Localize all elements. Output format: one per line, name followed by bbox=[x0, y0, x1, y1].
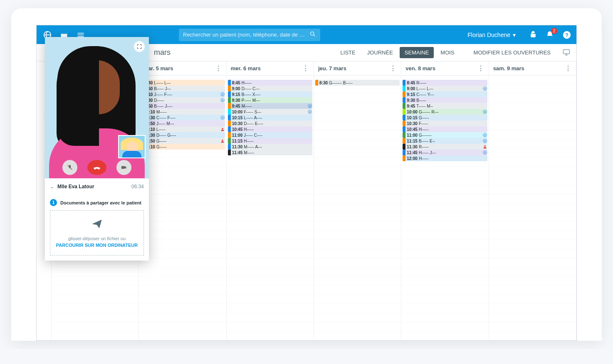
browse-link[interactable]: PARCOURIR SUR MON ORDINATEUR bbox=[54, 243, 139, 248]
appointment[interactable]: 10:15G----- bbox=[403, 115, 487, 121]
appointment[interactable]: 9:45M-----@ bbox=[228, 103, 312, 109]
modify-openings[interactable]: MODIFIER LES OUVERTURES bbox=[474, 49, 551, 56]
appointment[interactable]: 10:00F----- S---@ bbox=[228, 109, 312, 115]
user-menu[interactable]: Florian Duchene ▾ bbox=[467, 32, 516, 38]
appointment[interactable]: 9:30P----- M--- bbox=[228, 97, 312, 103]
appointment[interactable]: 9:00D----- C--- bbox=[228, 86, 312, 91]
camera-button[interactable] bbox=[116, 160, 131, 175]
mute-button[interactable] bbox=[62, 160, 77, 175]
day-label: jeu. 7 mars bbox=[318, 65, 346, 71]
lock-icon[interactable] bbox=[529, 30, 538, 39]
day-body[interactable] bbox=[489, 76, 576, 340]
svg-rect-2 bbox=[61, 32, 67, 34]
step-badge: 1 bbox=[50, 199, 57, 206]
view-list[interactable]: LISTE bbox=[336, 47, 361, 58]
appt-online-icon: @ bbox=[308, 104, 312, 108]
file-dropzone[interactable]: glisser-déposer un fichier ou PARCOURIR … bbox=[50, 210, 144, 256]
appointment[interactable]: 11:50G----- bbox=[140, 138, 225, 144]
appointment[interactable]: 8:45H----- bbox=[228, 80, 312, 86]
caller-info[interactable]: ⌄ Mlle Eva Latour 06:34 bbox=[45, 178, 149, 194]
view-week[interactable]: SEMAINE bbox=[400, 47, 434, 58]
user-name: Florian Duchene bbox=[467, 32, 510, 38]
hangup-button[interactable] bbox=[87, 160, 106, 175]
send-icon bbox=[54, 218, 139, 233]
svg-text:@: @ bbox=[309, 104, 311, 107]
day-body[interactable]: 8:45R-----9:00L----- L---@9:15C----- Y--… bbox=[401, 76, 488, 340]
appointment[interactable]: 12:10G----- bbox=[140, 144, 225, 150]
day-column: jeu. 7 mars⋮8:30G------- B----- bbox=[314, 61, 401, 340]
appointment[interactable]: 11:00G-------@ bbox=[403, 132, 487, 138]
day-body[interactable]: 8:45H-----9:00D----- C---9:15B----- X---… bbox=[227, 76, 314, 340]
appointment[interactable]: 11:30R----- bbox=[403, 144, 487, 150]
appointment[interactable]: 10:30C----- F----@ bbox=[140, 115, 225, 121]
day-more-icon[interactable]: ⋮ bbox=[215, 64, 222, 72]
appointment[interactable]: 11:45M----- bbox=[228, 150, 312, 155]
appointment[interactable]: 12:00H----- bbox=[403, 155, 487, 161]
appointment[interactable]: 8:45R----- bbox=[403, 80, 487, 86]
appointment[interactable]: 9:00L----- L---@ bbox=[403, 86, 487, 91]
appointment[interactable]: 9:30B----- bbox=[403, 97, 487, 103]
appointment[interactable]: 11:10L----- bbox=[140, 126, 225, 132]
day-column: sam. 9 mars⋮ bbox=[489, 61, 576, 340]
help-icon[interactable]: ? bbox=[562, 30, 571, 39]
patient-search[interactable] bbox=[179, 29, 320, 41]
appt-person-icon bbox=[483, 145, 487, 149]
appointment[interactable]: 8:50B----- J--- bbox=[140, 86, 225, 91]
appointment[interactable]: 11:15B----- E--@ bbox=[403, 138, 487, 144]
day-more-icon[interactable]: ⋮ bbox=[390, 64, 397, 72]
appointment[interactable]: 9:15B----- X---- bbox=[228, 91, 312, 97]
notifications-icon[interactable]: 2 bbox=[546, 30, 555, 39]
expand-icon[interactable] bbox=[134, 41, 145, 52]
video-call-panel[interactable]: ⌄ Mlle Eva Latour 06:34 1 Documents à pa… bbox=[45, 37, 149, 261]
chevron-down-icon: ▾ bbox=[513, 32, 516, 38]
appt-online-icon: @ bbox=[483, 139, 487, 143]
appointment[interactable]: 11:30M----- A--- bbox=[228, 144, 312, 150]
appointment[interactable]: 9:45T----- M-- bbox=[403, 103, 487, 109]
svg-text:@: @ bbox=[484, 151, 486, 153]
day-label: ven. 8 mars bbox=[405, 65, 435, 71]
appointment[interactable]: 10:30F----- bbox=[403, 121, 487, 126]
appointment[interactable]: 9:15C----- Y--- bbox=[403, 91, 487, 97]
svg-rect-7 bbox=[531, 34, 536, 37]
day-more-icon[interactable]: ⋮ bbox=[565, 64, 572, 72]
self-video-thumbnail[interactable] bbox=[118, 135, 146, 158]
notification-badge: 2 bbox=[551, 28, 557, 34]
appointment[interactable]: 11:30D----- G---- bbox=[140, 132, 225, 138]
day-more-icon[interactable]: ⋮ bbox=[302, 64, 309, 72]
appointment[interactable]: 9:10J----- F----@ bbox=[140, 91, 225, 97]
svg-text:@: @ bbox=[484, 110, 486, 113]
chevron-down-icon: ⌄ bbox=[50, 184, 54, 189]
appt-online-icon: @ bbox=[483, 110, 487, 114]
day-body[interactable]: 8:30G------- B----- bbox=[314, 76, 401, 340]
appointment[interactable]: 8:30G------- B----- bbox=[315, 80, 400, 86]
appointment[interactable]: 10:00G------ R---@ bbox=[403, 109, 487, 115]
appointment[interactable]: 10:30D----- E---- bbox=[228, 121, 312, 126]
appointment[interactable]: 10:45H----- bbox=[228, 126, 312, 132]
appointment[interactable]: 8:30L----- L--- bbox=[140, 80, 225, 86]
day-header: ven. 8 mars⋮ bbox=[401, 61, 488, 76]
day-more-icon[interactable]: ⋮ bbox=[477, 64, 484, 72]
call-duration: 06:34 bbox=[131, 184, 144, 189]
appt-online-icon: @ bbox=[308, 110, 312, 114]
appointment[interactable]: 11:00J----- C---- bbox=[228, 132, 312, 138]
appointment[interactable]: 10:15L----- A---- bbox=[228, 115, 312, 121]
appointment[interactable]: 9:30D-----@ bbox=[140, 97, 225, 103]
search-icon[interactable] bbox=[309, 31, 316, 39]
day-column: mer. 6 mars⋮8:45H-----9:00D----- C---9:1… bbox=[227, 61, 314, 340]
view-month[interactable]: MOIS bbox=[435, 47, 459, 58]
appointment[interactable]: 10:45H----- bbox=[403, 126, 487, 132]
appointment[interactable]: 11:45H----- J---@ bbox=[403, 150, 487, 155]
view-day[interactable]: JOURNÉE bbox=[362, 47, 398, 58]
appt-online-icon: @ bbox=[220, 98, 225, 103]
svg-rect-10 bbox=[564, 49, 570, 54]
appointment[interactable]: 9:50B----- J---- bbox=[140, 103, 225, 109]
search-input[interactable] bbox=[183, 32, 309, 38]
svg-text:@: @ bbox=[221, 93, 223, 95]
day-body[interactable]: 8:30L----- L---8:50B----- J---9:10J-----… bbox=[139, 76, 226, 340]
view-switcher: LISTE JOURNÉE SEMAINE MOIS bbox=[336, 47, 460, 58]
appointment[interactable]: 11:15H----- bbox=[228, 138, 312, 144]
appointment[interactable]: 10:10M----- bbox=[140, 109, 225, 115]
appointment[interactable]: 10:50J----- M--- bbox=[140, 121, 225, 126]
day-header: mer. 6 mars⋮ bbox=[227, 61, 314, 76]
display-icon[interactable] bbox=[562, 48, 571, 57]
